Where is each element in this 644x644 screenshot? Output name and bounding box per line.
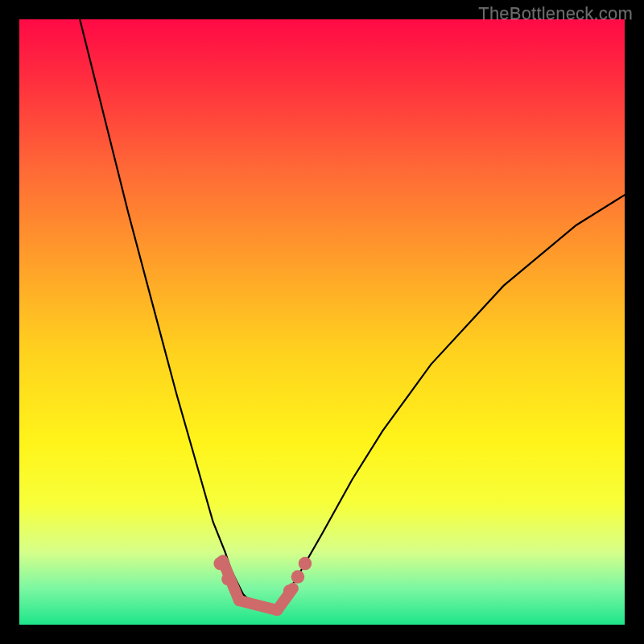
dot-right-2 [291,570,305,584]
chart-svg [19,19,625,625]
dot-left-lower [221,573,233,585]
dot-left-upper [213,557,227,571]
chart-plot-area [19,19,625,625]
dot-right-1 [283,584,295,597]
dot-right-3 [299,557,312,571]
bottleneck-curve [80,19,625,610]
seg-bottom [239,601,277,610]
watermark-text: TheBottleneck.com [478,3,633,24]
trough-highlight [223,560,293,610]
